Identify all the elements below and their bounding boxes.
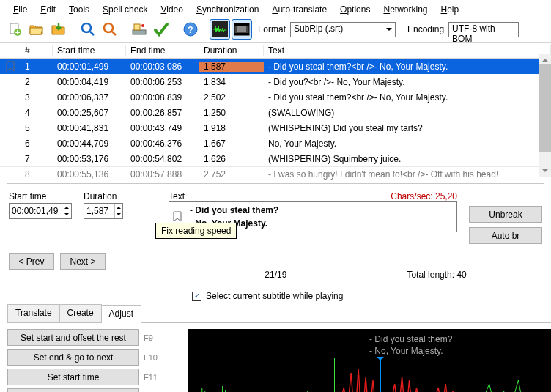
total-length: Total length: 40 bbox=[407, 270, 466, 280]
adjust-button[interactable]: Set end time bbox=[7, 388, 139, 392]
video-toggle[interactable] bbox=[232, 19, 252, 40]
table-row[interactable]: 500:00:41,83100:00:43,7491,918(WHISPERIN… bbox=[0, 120, 551, 136]
spin-up-icon[interactable] bbox=[115, 204, 123, 211]
menu-edit[interactable]: Edit bbox=[34, 3, 62, 16]
help-button[interactable]: ? bbox=[180, 19, 201, 40]
format-label: Format bbox=[258, 24, 286, 34]
duration-input[interactable] bbox=[84, 203, 123, 219]
menu-help[interactable]: Help bbox=[434, 3, 465, 16]
menubar: File Edit Tools Spell check Video Synchr… bbox=[0, 0, 551, 18]
next-button[interactable]: Next > bbox=[60, 253, 106, 270]
find-button[interactable] bbox=[78, 19, 98, 40]
menu-tools[interactable]: Tools bbox=[63, 3, 95, 16]
select-while-playing-checkbox[interactable] bbox=[192, 292, 201, 301]
single-line-length: h: 21/19 bbox=[255, 270, 286, 280]
prev-button[interactable]: < Prev bbox=[9, 253, 54, 270]
svg-point-6 bbox=[141, 24, 144, 27]
autobr-button[interactable]: Auto br bbox=[469, 227, 542, 244]
col-duration[interactable]: Duration bbox=[199, 45, 264, 56]
menu-spellcheck[interactable]: Spell check bbox=[97, 3, 153, 16]
svg-rect-12 bbox=[234, 33, 249, 35]
replace-button[interactable] bbox=[100, 19, 120, 40]
text-label: Text bbox=[169, 191, 185, 201]
svg-text:?: ? bbox=[188, 25, 193, 35]
table-row[interactable]: 700:00:53,17600:00:54,8021,626(WHISPERIN… bbox=[0, 151, 551, 166]
chars-per-sec: Chars/sec: 25,20 bbox=[391, 191, 457, 201]
adjust-button[interactable]: Set start and offset the rest bbox=[7, 329, 139, 346]
adjust-button[interactable]: Set end & go to next bbox=[7, 349, 139, 366]
spin-down-icon[interactable] bbox=[115, 211, 123, 218]
col-start[interactable]: Start time bbox=[53, 45, 126, 56]
tab-create[interactable]: Create bbox=[59, 304, 102, 322]
encoding-input[interactable]: UTF-8 with BOM bbox=[448, 22, 519, 37]
tabs: Translate Create Adjust bbox=[7, 304, 141, 322]
open-button[interactable] bbox=[26, 19, 47, 40]
spellcheck-button[interactable] bbox=[151, 19, 171, 40]
format-select[interactable]: SubRip (.srt) bbox=[290, 22, 396, 37]
col-text[interactable]: Text bbox=[264, 45, 551, 56]
playback-cursor[interactable] bbox=[380, 358, 381, 392]
col-number[interactable]: # bbox=[21, 45, 53, 56]
select-while-playing-label: Select current subtitle while playing bbox=[206, 291, 343, 301]
svg-rect-5 bbox=[134, 24, 140, 30]
shortcut-label: F10 bbox=[144, 353, 158, 362]
new-file-button[interactable] bbox=[4, 19, 25, 40]
shortcut-label: F9 bbox=[144, 333, 153, 342]
save-icon bbox=[51, 21, 67, 37]
grid-scrollbar[interactable] bbox=[539, 54, 551, 177]
adjust-button[interactable]: Set start time bbox=[7, 369, 139, 385]
duration-label: Duration bbox=[84, 191, 123, 201]
menu-sync[interactable]: Synchronization bbox=[191, 3, 265, 16]
adjust-panel: Set start and offset the restF9Set end &… bbox=[7, 329, 176, 392]
encoding-label: Encoding bbox=[407, 24, 444, 34]
col-end[interactable]: End time bbox=[126, 45, 199, 56]
bookmark-icon bbox=[6, 61, 15, 73]
start-time-label: Start time bbox=[9, 191, 72, 201]
tab-adjust[interactable]: Adjust bbox=[101, 305, 141, 323]
svg-rect-13 bbox=[237, 26, 246, 32]
table-row[interactable]: 200:00:04,41900:00:06,2531,834- Did you?… bbox=[0, 74, 551, 89]
spellcheck-icon bbox=[153, 21, 169, 37]
save-button[interactable] bbox=[48, 19, 69, 40]
new-file-icon bbox=[7, 21, 23, 37]
unbreak-button[interactable]: Unbreak bbox=[469, 206, 542, 223]
shortcut-label: F11 bbox=[144, 373, 158, 382]
table-row[interactable]: 600:00:44,70900:00:46,3761,667No, Your M… bbox=[0, 136, 551, 151]
svg-point-3 bbox=[104, 23, 113, 32]
table-row[interactable]: 300:00:06,33700:00:08,8392,502- Did you … bbox=[0, 89, 551, 105]
wave-subtitle-overlay: - Did you steal them?- No, Your Majesty. bbox=[369, 333, 452, 357]
table-row[interactable]: 100:00:01,49900:00:03,0861,587- Did you … bbox=[0, 59, 551, 74]
toolbar: ? Format SubRip (.srt) Encoding UTF-8 wi… bbox=[0, 18, 551, 42]
replace-icon bbox=[102, 21, 118, 37]
tooltip: Fix reading speed bbox=[155, 223, 237, 239]
svg-rect-4 bbox=[133, 30, 146, 34]
spin-down-icon[interactable] bbox=[62, 211, 71, 218]
waveform-area[interactable]: - Did you steal them?- No, Your Majesty. bbox=[188, 329, 551, 392]
help-icon: ? bbox=[182, 21, 199, 37]
menu-options[interactable]: Options bbox=[334, 3, 376, 16]
bookmark-icon bbox=[173, 211, 182, 223]
waveform-toggle[interactable] bbox=[210, 19, 230, 40]
menu-file[interactable]: File bbox=[7, 3, 33, 16]
subtitle-grid: # Start time End time Duration Text 100:… bbox=[0, 42, 551, 182]
svg-rect-11 bbox=[234, 23, 249, 26]
table-row[interactable]: 800:00:55,13600:00:57,8882,752- I was so… bbox=[0, 166, 551, 182]
table-row[interactable]: 400:00:25,60700:00:26,8571,250(SWALLOWIN… bbox=[0, 105, 551, 120]
start-time-input[interactable] bbox=[9, 203, 72, 219]
settings-icon bbox=[131, 21, 147, 37]
waveform-icon bbox=[212, 21, 228, 37]
video-icon bbox=[234, 21, 250, 37]
menu-autotranslate[interactable]: Auto-translate bbox=[266, 3, 333, 16]
editor-panel: Start time Duration Text Chars/sec: 25,2… bbox=[0, 184, 551, 247]
open-folder-icon bbox=[29, 21, 45, 37]
spin-up-icon[interactable] bbox=[62, 204, 71, 211]
menu-networking[interactable]: Networking bbox=[377, 3, 433, 16]
grid-header: # Start time End time Duration Text bbox=[0, 43, 551, 59]
svg-point-2 bbox=[82, 23, 91, 32]
find-icon bbox=[80, 21, 96, 37]
settings-button[interactable] bbox=[129, 19, 149, 40]
menu-video[interactable]: Video bbox=[155, 3, 188, 16]
tab-translate[interactable]: Translate bbox=[7, 304, 60, 322]
